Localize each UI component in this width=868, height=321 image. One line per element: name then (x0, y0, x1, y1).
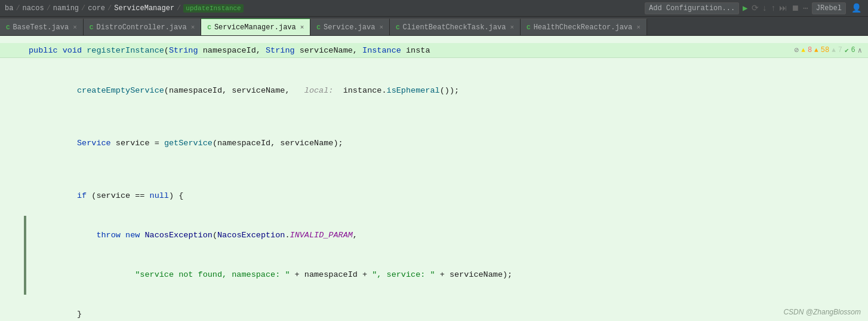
breadcrumb-naming: naming (53, 4, 79, 13)
tab-service[interactable]: C Service.java × (310, 19, 390, 35)
param-insta: insta (406, 46, 430, 55)
tab-healthcheckreactor[interactable]: C HealthCheckReactor.java × (521, 19, 647, 35)
code-line-blank3 (0, 163, 868, 176)
toolbar-right: Add Configuration... ▶ ⟳ ↓ ↑ ⏭ ⏹ ⋯ JRebe… (645, 2, 863, 14)
type-string1: String (169, 46, 198, 55)
tab-icon-clientbeatchecktask: C (396, 24, 400, 31)
tab-label-distrocontroller: DistroController.java (96, 23, 186, 32)
tab-close-clientbeatchecktask[interactable]: × (510, 24, 514, 31)
warn-collapse-icon[interactable]: ∧ (858, 46, 862, 55)
breadcrumb-nacos: nacos (23, 4, 44, 13)
code-header-line: public void registerInstance ( String na… (0, 43, 868, 58)
param-namespace-id: namespaceId (203, 46, 256, 55)
warn-warning-count: 58 (821, 46, 829, 54)
tab-close-healthcheckreactor[interactable]: × (636, 24, 641, 31)
type-string2: String (266, 46, 295, 55)
method-register-instance: registerInstance (87, 46, 164, 55)
step-over-icon[interactable]: ⟳ (752, 3, 759, 13)
tab-close-servicemanager[interactable]: × (300, 24, 304, 31)
tab-close-basetest[interactable]: × (73, 24, 77, 31)
code-line-string: "service not found, namespace: " + names… (0, 255, 868, 295)
code-line-blank1 (0, 58, 868, 71)
warn-error-count: 8 (808, 46, 812, 54)
tab-icon-distrocontroller: C (90, 24, 94, 31)
step-out-icon[interactable]: ↑ (771, 4, 775, 13)
code-line-create-empty-service: createEmptyService(namespaceId, serviceN… (0, 71, 868, 111)
step-into-icon[interactable]: ↓ (762, 4, 767, 13)
code-line-if-null: if (service == null) { (0, 176, 868, 216)
code-line-blank2 (0, 111, 868, 124)
code-line-get-service: Service service = getService(namespaceId… (0, 124, 868, 163)
code-area[interactable]: public void registerInstance ( String na… (0, 36, 868, 321)
tab-icon-service: C (316, 24, 321, 31)
tab-label-basetest: BaseTest.java (13, 23, 69, 32)
warn-info-count: 7 (838, 46, 842, 54)
warn-triangle3: ▲ (832, 47, 836, 54)
jrebel-button[interactable]: JRebel (812, 2, 846, 14)
run-icon[interactable]: ▶ (743, 3, 747, 13)
code-line-close-if: } (0, 295, 868, 321)
tab-close-distrocontroller[interactable]: × (191, 24, 195, 31)
warn-triangle1: ▲ (801, 47, 805, 54)
watermark: CSDN @ZhangBlossom (783, 308, 861, 316)
tab-label-service: Service.java (324, 23, 375, 32)
tab-servicemanager[interactable]: C ServiceManager.java × (201, 19, 310, 35)
tab-label-clientbeatchecktask: ClientBeatCheckTask.java (403, 23, 506, 32)
top-bar: ba / nacos / naming / core / ServiceMana… (0, 0, 868, 17)
tab-close-service[interactable]: × (379, 24, 383, 31)
stop-icon[interactable]: ⏹ (791, 4, 799, 13)
breadcrumb-core: core (88, 4, 105, 13)
kw-void: void (63, 46, 82, 55)
tab-icon-basetest: C (6, 24, 10, 31)
resume-icon[interactable]: ⏭ (779, 4, 787, 13)
tab-label-healthcheckreactor: HealthCheckReactor.java (534, 23, 633, 32)
warn-triangle2: ▲ (814, 47, 818, 54)
tab-icon-healthcheckreactor: C (527, 24, 531, 31)
tab-basetest[interactable]: C BaseTest.java × (0, 19, 84, 35)
tab-bar: C BaseTest.java × C DistroController.jav… (0, 17, 868, 36)
kw-public: public (29, 46, 58, 55)
breadcrumb-method: updateInstance (183, 4, 243, 13)
more-icon[interactable]: ⋯ (803, 3, 808, 13)
warn-ok-icon: ✔ (845, 47, 849, 54)
type-instance: Instance (362, 46, 401, 55)
tab-clientbeatchecktask[interactable]: C ClientBeatCheckTask.java × (390, 19, 521, 35)
breadcrumb-service-manager: ServiceManager (114, 4, 174, 13)
warning-area: ⊘ ▲ 8 ▲ 58 ▲ 7 ✔ 6 ∧ (794, 45, 868, 55)
tab-distrocontroller[interactable]: C DistroController.java × (84, 19, 201, 35)
param-service-name: serviceName (300, 46, 353, 55)
code-line-throw: throw new NacosException(NacosException.… (0, 216, 868, 255)
profile-icon[interactable]: 👤 (849, 3, 863, 13)
tab-label-servicemanager: ServiceManager.java (214, 23, 296, 32)
breadcrumb-ba: ba (5, 4, 13, 13)
warn-null-icon: ⊘ (794, 45, 799, 55)
tab-icon-servicemanager: C (207, 24, 211, 31)
warn-ok-count: 6 (851, 46, 855, 54)
add-config-button[interactable]: Add Configuration... (645, 2, 739, 14)
